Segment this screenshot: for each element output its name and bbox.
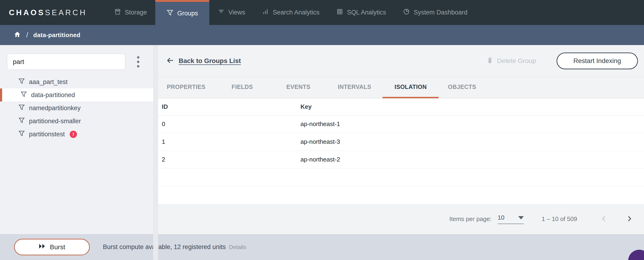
pagination-bar: Items per page: 10 1 – 10 of 509 [158, 204, 644, 234]
delete-group-button[interactable]: Delete Group [486, 56, 536, 66]
top-nav: CHAOSSEARCH Storage Groups Views [0, 0, 644, 25]
tab-intervals[interactable]: INTERVALS [326, 77, 382, 98]
group-label: namedpartitionkey [29, 105, 81, 112]
breadcrumb-current: data-partitioned [33, 31, 80, 39]
group-list-item[interactable]: namedpartitionkey [0, 102, 153, 115]
group-list-item[interactable]: partitioned-smaller [0, 115, 153, 128]
cell-id: 0 [158, 121, 300, 128]
cell-id: 1 [158, 138, 300, 145]
table-row[interactable]: 1 ap-northeast-3 [158, 133, 644, 151]
logo-light: SEARCH [45, 8, 87, 17]
nav-item-groups[interactable]: Groups [155, 0, 209, 25]
trash-icon [486, 56, 494, 66]
error-badge-icon: ! [70, 131, 77, 138]
nav-item-storage[interactable]: Storage [106, 0, 156, 25]
nav-item-label: Views [228, 9, 245, 16]
restart-indexing-button[interactable]: Restart Indexing [556, 52, 638, 69]
table-row-empty [158, 168, 644, 186]
fast-forward-icon [38, 243, 46, 251]
nav-item-label: SQL Analytics [347, 9, 386, 16]
nav-item-system-dashboard[interactable]: System Dashboard [394, 0, 476, 25]
nav-item-sql-analytics[interactable]: SQL Analytics [328, 0, 394, 25]
table-header-row: ID Key [158, 99, 644, 115]
tab-objects[interactable]: OBJECTS [439, 77, 486, 98]
group-label: data-partitioned [31, 92, 75, 99]
groups-sidebar: aaa_part_test data-partitioned namedpart… [0, 45, 153, 234]
funnel-icon [18, 104, 25, 112]
nav-item-label: Groups [177, 10, 198, 17]
bucket-icon [114, 8, 121, 17]
grid-table-icon [336, 8, 343, 17]
nav-item-label: Search Analytics [273, 9, 320, 16]
nav-item-label: Storage [125, 9, 147, 16]
items-per-page-value: 10 [498, 214, 504, 221]
funnel-icon [18, 78, 25, 86]
bar-chart-icon [262, 8, 269, 17]
tab-fields[interactable]: FIELDS [214, 77, 270, 98]
group-search-input[interactable] [7, 54, 125, 70]
table-row[interactable]: 2 ap-northeast-2 [158, 151, 644, 168]
funnel-icon [18, 130, 25, 138]
filter-lines-icon [218, 8, 225, 17]
chevron-down-icon [518, 216, 524, 219]
column-header-key: Key [300, 103, 644, 110]
kebab-menu-icon[interactable] [135, 54, 141, 69]
funnel-icon [166, 9, 174, 18]
funnel-icon [20, 91, 27, 99]
pie-dashboard-icon [403, 8, 410, 17]
nav-item-search-analytics[interactable]: Search Analytics [254, 0, 328, 25]
group-label: partitionstest [29, 131, 65, 138]
group-label: partitioned-smaller [29, 118, 81, 125]
items-per-page-select[interactable]: 10 [498, 214, 524, 224]
burst-status-text: Burst compute available, 12 registered u… [103, 244, 226, 251]
header-actions: Delete Group Restart Indexing [486, 52, 638, 69]
breadcrumb: / data-partitioned [0, 25, 644, 45]
cell-key: ap-northeast-3 [300, 138, 644, 145]
tab-isolation[interactable]: ISOLATION [382, 77, 439, 98]
logo-bold: CHAOS [9, 8, 45, 17]
pagination-range: 1 – 10 of 509 [542, 215, 577, 223]
group-list: aaa_part_test data-partitioned namedpart… [0, 75, 153, 141]
body-row: aaa_part_test data-partitioned namedpart… [0, 45, 644, 234]
back-link-label: Back to Groups List [179, 57, 241, 65]
cell-key: ap-northeast-2 [300, 156, 644, 163]
group-label: aaa_part_test [29, 78, 68, 86]
cell-id: 2 [158, 156, 300, 163]
table-row[interactable]: 0 ap-northeast-1 [158, 115, 644, 133]
previous-page-button[interactable] [599, 213, 610, 225]
home-icon[interactable] [14, 31, 21, 39]
nav-item-views[interactable]: Views [209, 0, 254, 25]
sidebar-search-row [0, 54, 153, 70]
delete-group-label: Delete Group [497, 57, 536, 65]
column-header-id: ID [158, 103, 300, 110]
items-per-page-label: Items per page: [450, 215, 492, 223]
tab-events[interactable]: EVENTS [270, 77, 326, 98]
chaossearch-logo: CHAOSSEARCH [9, 0, 87, 25]
table-row-empty [158, 186, 644, 204]
group-list-item[interactable]: partitionstest ! [0, 128, 153, 141]
group-list-item-selected[interactable]: data-partitioned [0, 89, 153, 102]
funnel-icon [18, 117, 25, 125]
tab-properties[interactable]: PROPERTIES [158, 77, 214, 98]
burst-button[interactable]: Burst [14, 239, 90, 255]
breadcrumb-separator: / [26, 31, 28, 39]
group-list-item[interactable]: aaa_part_test [0, 75, 153, 89]
arrow-left-icon [166, 56, 174, 66]
sidebar-scrollbar-gutter[interactable] [153, 45, 158, 260]
isolation-table: ID Key 0 ap-northeast-1 1 ap-northeast-3… [158, 99, 644, 204]
burst-button-label: Burst [50, 244, 65, 251]
cell-key: ap-northeast-1 [300, 121, 644, 128]
group-detail-tabs: PROPERTIES FIELDS EVENTS INTERVALS ISOLA… [158, 77, 644, 99]
back-to-groups-link[interactable]: Back to Groups List [166, 56, 241, 66]
main-content: Back to Groups List Delete Group Restart… [153, 45, 644, 234]
next-page-button[interactable] [624, 213, 635, 225]
nav-item-label: System Dashboard [414, 9, 468, 16]
burst-details-link[interactable]: Details [229, 244, 246, 251]
burst-bar: Burst Burst compute available, 12 regist… [0, 234, 644, 260]
group-detail-header: Back to Groups List Delete Group Restart… [158, 45, 644, 77]
